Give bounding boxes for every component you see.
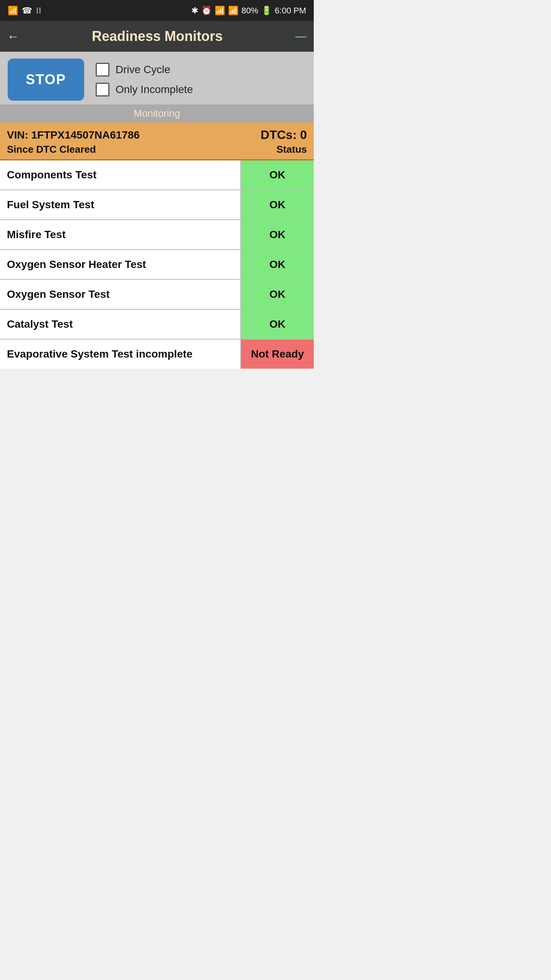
monitoring-bar: Monitoring <box>0 105 314 122</box>
alarm-icon: ⏰ <box>201 6 212 16</box>
drive-cycle-row: Drive Cycle <box>96 63 193 77</box>
vin-row: VIN: 1FTPX14507NA61786 DTCs: 0 <box>7 128 307 142</box>
wifi-icon: 📶 <box>215 6 225 16</box>
drive-cycle-checkbox[interactable] <box>96 63 109 77</box>
battery-text: 80% <box>241 6 258 16</box>
vin-text: VIN: 1FTPX14507NA61786 <box>7 129 140 141</box>
only-incomplete-row: Only Incomplete <box>96 83 193 96</box>
table-row: Catalyst TestOK <box>0 310 314 340</box>
table-row: Evaporative System Test incompleteNot Re… <box>0 340 314 369</box>
table-row: Oxygen Sensor Heater TestOK <box>0 250 314 280</box>
voicemail-icon: 📶 <box>8 6 18 16</box>
signal-icon: 📶 <box>228 6 238 16</box>
only-incomplete-checkbox[interactable] <box>96 83 109 96</box>
test-name: Misfire Test <box>0 220 241 249</box>
test-status: OK <box>241 250 314 279</box>
stop-button[interactable]: STOP <box>8 59 84 101</box>
monitoring-label: Monitoring <box>134 108 180 119</box>
since-dtc-text: Since DTC Cleared <box>7 144 96 155</box>
only-incomplete-label: Only Incomplete <box>116 83 193 96</box>
controls-area: STOP Drive Cycle Only Incomplete <box>0 52 314 105</box>
table-row: Components TestOK <box>0 160 314 190</box>
test-status: Not Ready <box>241 340 314 369</box>
status-column-label: Status <box>277 144 307 155</box>
test-name: Fuel System Test <box>0 190 241 219</box>
test-name: Oxygen Sensor Heater Test <box>0 250 241 279</box>
table-row: Oxygen Sensor TestOK <box>0 280 314 310</box>
status-bar-left: 📶 ☎ ⁞⁞ <box>8 6 41 16</box>
apps-icon: ⁞⁞ <box>36 6 41 16</box>
accessibility-icon: ☎ <box>22 6 32 16</box>
status-bar-right: ✱ ⏰ 📶 📶 80% 🔋 6:00 PM <box>191 6 306 16</box>
test-name: Oxygen Sensor Test <box>0 280 241 309</box>
menu-icon[interactable]: — <box>295 30 307 42</box>
test-status: OK <box>241 280 314 309</box>
test-name: Evaporative System Test incomplete <box>0 340 241 369</box>
app-header: ← Readiness Monitors — <box>0 21 314 52</box>
checkboxes-group: Drive Cycle Only Incomplete <box>96 63 193 96</box>
bottom-space <box>0 369 314 392</box>
test-name: Catalyst Test <box>0 310 241 339</box>
test-status: OK <box>241 190 314 219</box>
drive-cycle-label: Drive Cycle <box>116 64 170 76</box>
since-row: Since DTC Cleared Status <box>7 144 307 155</box>
back-button[interactable]: ← <box>7 29 19 44</box>
bluetooth-icon: ✱ <box>191 6 198 16</box>
table-row: Misfire TestOK <box>0 220 314 250</box>
battery-icon: 🔋 <box>261 6 272 16</box>
time-display: 6:00 PM <box>275 6 306 16</box>
table-row: Fuel System TestOK <box>0 190 314 220</box>
status-bar: 📶 ☎ ⁞⁞ ✱ ⏰ 📶 📶 80% 🔋 6:00 PM <box>0 0 314 21</box>
monitor-table: Components TestOKFuel System TestOKMisfi… <box>0 160 314 369</box>
test-name: Components Test <box>0 160 241 189</box>
test-status: OK <box>241 220 314 249</box>
page-title: Readiness Monitors <box>19 28 295 44</box>
test-status: OK <box>241 160 314 189</box>
test-status: OK <box>241 310 314 339</box>
dtc-count: DTCs: 0 <box>261 128 307 142</box>
vin-header: VIN: 1FTPX14507NA61786 DTCs: 0 Since DTC… <box>0 122 314 160</box>
